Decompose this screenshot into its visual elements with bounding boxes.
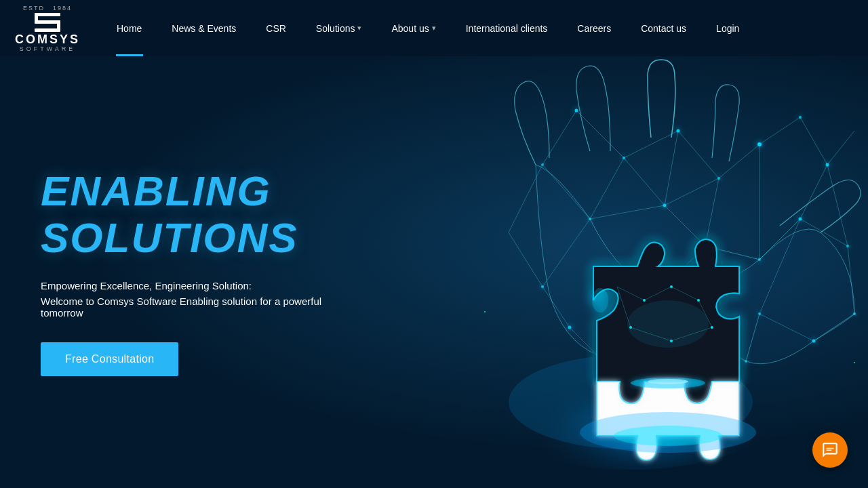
- nav-item-solutions[interactable]: Solutions ▾: [301, 0, 377, 56]
- hero-content: ENABLING SOLUTIONS Empowering Excellence…: [0, 168, 373, 375]
- svg-line-18: [665, 178, 719, 205]
- navbar: ESTD 1984 COMSYS SOFTWARE Home News: [0, 0, 868, 56]
- hero-title: ENABLING SOLUTIONS: [41, 168, 332, 260]
- svg-point-74: [627, 300, 709, 348]
- hero-illustration: [339, 56, 868, 488]
- svg-point-85: [697, 299, 700, 302]
- svg-point-73: [541, 285, 544, 288]
- hero-subtitle1: Empowering Excellence, Engineering Solut…: [41, 280, 332, 291]
- svg-point-57: [541, 163, 544, 166]
- about-chevron-icon: ▾: [432, 24, 436, 33]
- svg-point-63: [846, 245, 849, 247]
- hero-subtitle2: Welcome to Comsys Software Enabling solu…: [41, 296, 332, 319]
- svg-line-17: [624, 158, 665, 205]
- svg-line-12: [800, 117, 827, 165]
- svg-line-10: [719, 144, 760, 178]
- nav-item-home[interactable]: Home: [102, 0, 157, 56]
- hero-section: ENABLING SOLUTIONS Empowering Excellence…: [0, 56, 868, 488]
- svg-point-50: [575, 109, 578, 113]
- svg-point-83: [643, 299, 646, 302]
- svg-line-22: [800, 165, 827, 219]
- svg-line-42: [665, 205, 705, 246]
- logo[interactable]: ESTD 1984 COMSYS SOFTWARE: [20, 6, 75, 50]
- nav-links: Home News & Events CSR Solutions ▾ About…: [102, 0, 848, 56]
- solutions-chevron-icon: ▾: [357, 24, 361, 33]
- svg-line-40: [827, 165, 848, 246]
- logo-name: COMSYS: [15, 33, 80, 45]
- svg-line-13: [827, 131, 854, 165]
- svg-point-92: [614, 426, 722, 446]
- svg-point-87: [670, 340, 673, 342]
- nav-item-international-clients[interactable]: International clients: [451, 0, 563, 56]
- svg-rect-4: [35, 28, 60, 32]
- svg-point-88: [711, 326, 713, 329]
- svg-point-84: [670, 285, 673, 288]
- svg-point-75: [592, 288, 608, 312]
- nav-item-contact-us[interactable]: Contact us: [626, 0, 701, 56]
- svg-point-62: [799, 218, 802, 221]
- svg-point-52: [677, 129, 680, 133]
- svg-rect-2: [35, 20, 60, 24]
- svg-line-19: [705, 178, 719, 246]
- nav-item-news-events[interactable]: News & Events: [157, 0, 251, 56]
- svg-point-55: [799, 116, 802, 119]
- svg-line-38: [665, 131, 678, 205]
- svg-rect-0: [35, 13, 60, 16]
- svg-point-53: [717, 177, 720, 180]
- svg-line-11: [760, 117, 800, 144]
- svg-point-86: [629, 326, 632, 329]
- svg-point-90: [648, 379, 688, 384]
- svg-rect-3: [57, 20, 60, 29]
- nav-item-about-us[interactable]: About us ▾: [376, 0, 450, 56]
- chat-icon: [821, 441, 839, 459]
- svg-point-59: [663, 204, 667, 207]
- svg-line-7: [576, 110, 624, 158]
- logo-tagline: SOFTWARE: [20, 45, 76, 52]
- svg-point-56: [826, 163, 829, 167]
- free-consultation-button[interactable]: Free Consultation: [41, 342, 178, 376]
- nav-item-careers[interactable]: Careers: [562, 0, 626, 56]
- nav-item-login[interactable]: Login: [701, 0, 754, 56]
- chat-button[interactable]: [812, 432, 848, 468]
- svg-line-41: [590, 205, 665, 219]
- svg-line-14: [542, 110, 576, 165]
- logo-icon: [32, 12, 63, 33]
- svg-line-16: [590, 158, 624, 219]
- svg-point-51: [623, 157, 625, 159]
- svg-line-37: [509, 232, 542, 287]
- svg-point-54: [757, 142, 762, 146]
- logo-est: ESTD 1984: [20, 5, 75, 12]
- nav-item-csr[interactable]: CSR: [251, 0, 301, 56]
